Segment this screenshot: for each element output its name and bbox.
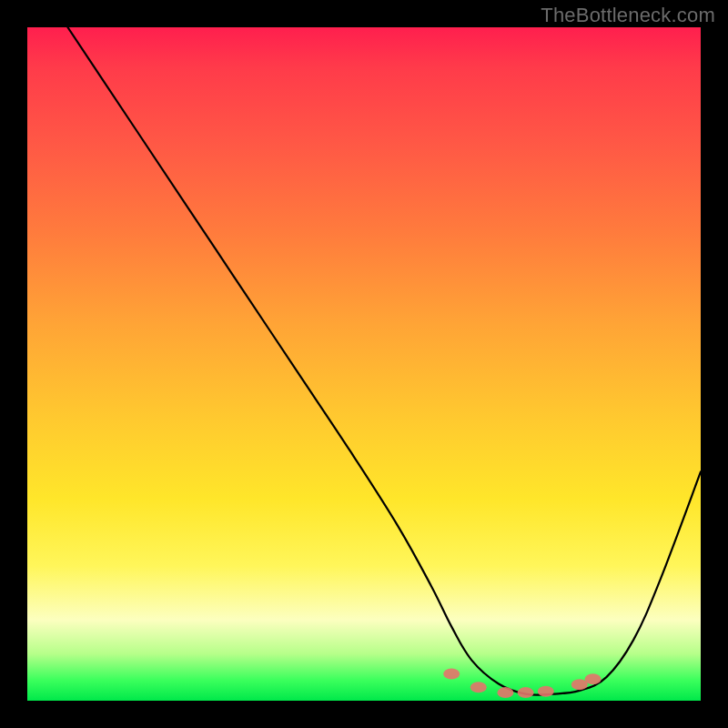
marker-dot <box>470 682 487 693</box>
marker-dot <box>443 668 460 679</box>
marker-dot <box>518 687 534 698</box>
marker-dot <box>538 686 554 697</box>
chart-stage: TheBottleneck.com <box>0 0 728 728</box>
marker-dot <box>585 673 602 684</box>
highlight-markers <box>443 668 601 698</box>
marker-dot <box>497 687 513 698</box>
curve-layer <box>27 27 701 701</box>
bottleneck-curve <box>67 27 701 695</box>
plot-area <box>27 27 701 701</box>
watermark-text: TheBottleneck.com <box>541 4 715 27</box>
